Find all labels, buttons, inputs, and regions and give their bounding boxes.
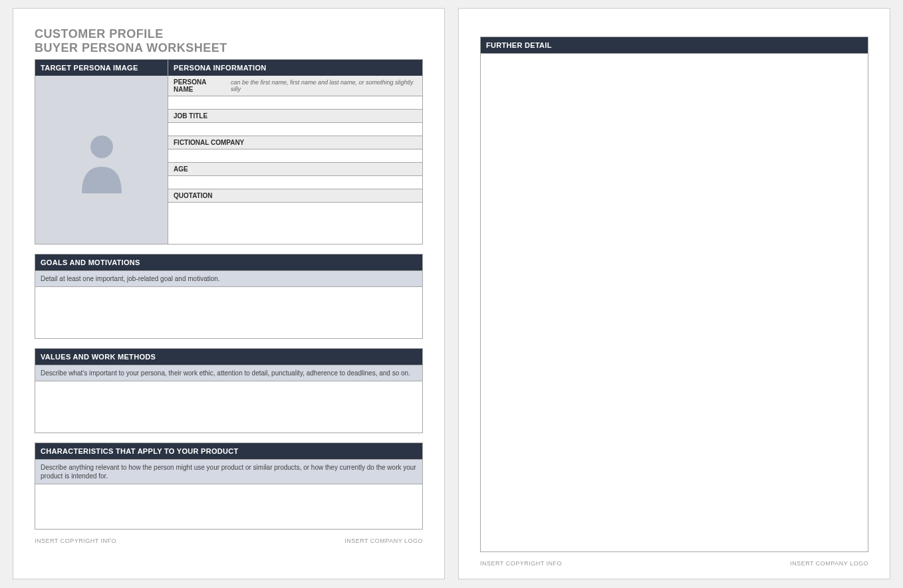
job-title-input[interactable] [168,123,422,136]
persona-image-placeholder[interactable] [35,76,168,244]
svg-point-0 [90,136,113,158]
characteristics-section: CHARACTERISTICS THAT APPLY TO YOUR PRODU… [35,442,423,530]
persona-info-fields: PERSONA NAME can be the first name, firs… [168,76,422,244]
values-hint: Describe what's important to your person… [35,365,423,381]
goals-input[interactable] [35,287,423,339]
worksheet-page-2: FURTHER DETAIL INSERT COPYRIGHT INFO INS… [458,8,890,579]
quotation-input[interactable] [168,203,422,244]
copyright-placeholder-2: INSERT COPYRIGHT INFO [480,560,562,567]
fictional-company-input[interactable] [168,149,422,163]
goals-hint: Detail at least one important, job-relat… [35,271,423,287]
title-line-1: CUSTOMER PROFILE [35,27,423,41]
characteristics-input[interactable] [35,484,423,530]
job-title-label: JOB TITLE [174,112,207,120]
fictional-company-label-row: FICTIONAL COMPANY [168,136,422,149]
persona-name-label-row: PERSONA NAME can be the first name, firs… [168,76,422,96]
characteristics-hint: Describe anything relevant to how the pe… [35,460,423,484]
company-logo-placeholder-2: INSERT COMPANY LOGO [790,560,868,567]
values-section: VALUES AND WORK METHODS Describe what's … [35,348,423,433]
further-detail-section: FURTHER DETAIL [480,37,868,552]
further-detail-header: FURTHER DETAIL [480,37,868,54]
page-2-footer: INSERT COPYRIGHT INFO INSERT COMPANY LOG… [480,560,868,567]
characteristics-header: CHARACTERISTICS THAT APPLY TO YOUR PRODU… [35,442,423,460]
persona-top-row: PERSONA NAME can be the first name, firs… [35,76,423,245]
company-logo-placeholder: INSERT COMPANY LOGO [344,538,423,544]
age-input[interactable] [168,176,422,189]
fictional-company-label: FICTIONAL COMPANY [174,139,244,146]
age-label-row: AGE [168,163,422,176]
page-1-footer: INSERT COPYRIGHT INFO INSERT COMPANY LOG… [35,538,423,544]
title-block: CUSTOMER PROFILE BUYER PERSONA WORKSHEET [35,27,423,55]
persona-name-label: PERSONA NAME [174,78,225,93]
copyright-placeholder: INSERT COPYRIGHT INFO [35,538,116,544]
top-header-row: TARGET PERSONA IMAGE PERSONA INFORMATION [35,59,423,76]
persona-name-input[interactable] [168,96,422,110]
person-icon [72,127,132,193]
values-input[interactable] [35,381,423,433]
title-line-2: BUYER PERSONA WORKSHEET [35,41,423,55]
persona-information-header: PERSONA INFORMATION [168,60,422,76]
values-header: VALUES AND WORK METHODS [35,348,423,365]
quotation-label: QUOTATION [174,192,213,199]
further-detail-input[interactable] [480,54,868,552]
goals-section: GOALS AND MOTIVATIONS Detail at least on… [35,254,423,339]
target-persona-image-header: TARGET PERSONA IMAGE [35,60,168,76]
job-title-label-row: JOB TITLE [168,110,422,123]
persona-name-hint: can be the first name, first name and la… [231,79,417,92]
goals-header: GOALS AND MOTIVATIONS [35,254,423,271]
worksheet-page-1: CUSTOMER PROFILE BUYER PERSONA WORKSHEET… [13,8,445,579]
age-label: AGE [174,165,188,173]
quotation-label-row: QUOTATION [168,189,422,203]
